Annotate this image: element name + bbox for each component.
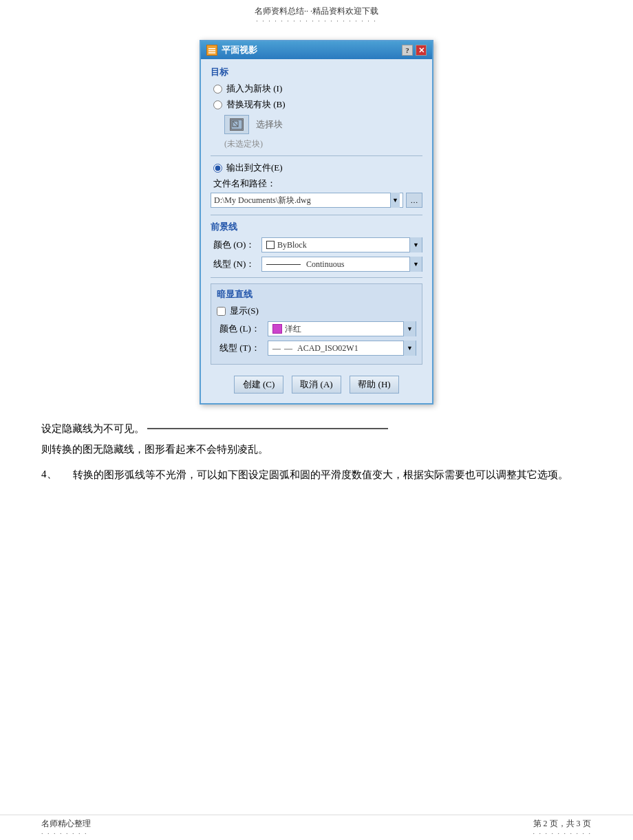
color-label: 颜色 (O)：: [213, 239, 261, 251]
select-block-icon: [230, 118, 244, 131]
target-section: 目标 插入为新块 (I) 替换现有块 (B): [211, 66, 422, 208]
dialog-titlebar: 平面视影 ? ✕: [201, 41, 432, 59]
file-label: 文件名和路径：: [211, 177, 422, 190]
item4-text: 转换的图形弧线等不光滑，可以如下图设定圆弧和圆的平滑度数值变大，根据实际需要也可…: [73, 465, 568, 485]
dialog-body: 目标 插入为新块 (I) 替换现有块 (B): [201, 59, 432, 403]
color2-row: 颜色 (L)： 洋红 ▼: [217, 321, 416, 336]
color-dropdown[interactable]: ByBlock ▼: [261, 237, 422, 252]
linetype2-value: ACAD_ISO02W1: [297, 343, 358, 354]
linetype2-label: 线型 (T)：: [219, 342, 268, 354]
radio-output-file[interactable]: 输出到文件(E): [211, 162, 422, 174]
divider2: [211, 215, 422, 215]
file-path-row: D:\My Documents\新块.dwg ▼ …: [211, 193, 422, 208]
dialog-flatshot: 平面视影 ? ✕ 目标 插入为新块 (I): [200, 40, 433, 405]
show-label: 显示(S): [230, 305, 259, 317]
color-value: ByBlock: [277, 240, 307, 250]
linetype-dropdown[interactable]: Continuous ▼: [261, 257, 422, 272]
linetype-value: Continuous: [306, 259, 344, 270]
dialog-help-button[interactable]: ?: [402, 45, 413, 56]
radio-output-file-label: 输出到文件(E): [226, 162, 283, 174]
color-swatch: [266, 241, 275, 249]
color2-label: 颜色 (L)：: [219, 323, 268, 335]
line-iso-preview: — —: [272, 343, 293, 354]
footer-left: 名师精心整理 · · · · · · · ·: [41, 818, 91, 837]
dialog-buttons: 创建 (C) 取消 (A) 帮助 (H): [211, 370, 422, 396]
radio-replace-input[interactable]: [213, 100, 222, 109]
item4: 4、 转换的图形弧线等不光滑，可以如下图设定圆弧和圆的平滑度数值变大，根据实际需…: [41, 465, 592, 485]
radio-replace-label: 替换现有块 (B): [226, 98, 286, 111]
svg-rect-1: [208, 48, 215, 50]
color2-arrow[interactable]: ▼: [403, 321, 416, 336]
browse-button[interactable]: …: [406, 193, 422, 208]
svg-rect-2: [208, 50, 215, 52]
dialog-title: 平面视影: [222, 44, 257, 56]
footer-left-text: 名师精心整理: [41, 818, 91, 830]
select-block-area: 选择块: [224, 115, 422, 134]
color2-dropdown[interactable]: 洋红 ▼: [268, 321, 416, 336]
dialog-wrapper: 平面视影 ? ✕ 目标 插入为新块 (I): [41, 40, 592, 405]
divider3: [211, 277, 422, 278]
dialog-app-icon: [206, 45, 217, 56]
color2-swatch: [272, 324, 282, 334]
page-header: 名师资料总结·· ·精品资料欢迎下载 · · · · · · · · · · ·…: [0, 0, 633, 26]
svg-rect-3: [208, 52, 215, 54]
radio-insert-new-label: 插入为新块 (I): [226, 83, 282, 95]
color2-value: 洋红: [285, 323, 301, 335]
line-dash-preview: [266, 264, 301, 265]
radio-insert-new[interactable]: 插入为新块 (I): [211, 83, 422, 95]
target-label: 目标: [211, 66, 422, 78]
color-row: 颜色 (O)： ByBlock ▼: [211, 237, 422, 252]
dialog-close-button[interactable]: ✕: [416, 45, 427, 56]
color-arrow[interactable]: ▼: [409, 237, 422, 252]
radio-replace[interactable]: 替换现有块 (B): [211, 98, 422, 111]
linetype2-arrow[interactable]: ▼: [403, 341, 416, 356]
linetype2-row: 线型 (T)： — — ACAD_ISO02W1 ▼: [217, 341, 416, 356]
file-path-arrow[interactable]: ▼: [390, 193, 400, 208]
separator-line: [147, 428, 388, 429]
unselected-text: (未选定块): [224, 138, 422, 150]
show-checkbox-row[interactable]: 显示(S): [217, 305, 416, 317]
linetype2-dropdown[interactable]: — — ACAD_ISO02W1 ▼: [268, 341, 416, 356]
front-line-label: 前景线: [211, 221, 422, 233]
footer-right-text: 第 2 页，共 3 页: [533, 818, 592, 830]
header-title: 名师资料总结·· ·精品资料欢迎下载: [0, 6, 633, 17]
file-path-value: D:\My Documents\新块.dwg: [214, 195, 311, 206]
text-section: 设定隐藏线为不可见。 则转换的图无隐藏线，图形看起来不会特别凌乱。 4、 转换的…: [41, 418, 592, 485]
hidden-label: 暗显直线: [217, 288, 416, 301]
hidden-lines-section: 暗显直线 显示(S) 颜色 (L)： 洋红 ▼: [211, 283, 422, 365]
select-block-text: 选择块: [256, 118, 283, 131]
linetype-arrow[interactable]: ▼: [409, 257, 422, 272]
linetype-row: 线型 (N)： Continuous ▼: [211, 257, 422, 272]
footer: 名师精心整理 · · · · · · · · 第 2 页，共 3 页 · · ·…: [0, 815, 633, 840]
header-dots: · · · · · · · · · · · · · · · · · · · ·: [0, 17, 633, 25]
help-button[interactable]: 帮助 (H): [350, 376, 399, 394]
text-after-dialog: 则转换的图无隐藏线，图形看起来不会特别凌乱。: [41, 439, 268, 460]
show-checkbox[interactable]: [217, 307, 226, 316]
create-button[interactable]: 创建 (C): [234, 376, 283, 394]
select-block-button[interactable]: [224, 115, 249, 134]
linetype-label: 线型 (N)：: [213, 258, 261, 270]
text-before-dialog: 设定隐藏线为不可见。: [41, 418, 144, 439]
radio-output-file-input[interactable]: [213, 164, 222, 173]
para-hidden-line: 设定隐藏线为不可见。 则转换的图无隐藏线，图形看起来不会特别凌乱。: [41, 418, 592, 460]
item4-num: 4、: [41, 465, 62, 485]
footer-left-dots: · · · · · · · ·: [41, 830, 91, 837]
cancel-button[interactable]: 取消 (A): [292, 376, 341, 394]
main-content: 平面视影 ? ✕ 目标 插入为新块 (I): [0, 26, 633, 519]
radio-insert-new-input[interactable]: [213, 85, 222, 94]
footer-right-dots: · · · · · · · · · ·: [533, 830, 592, 837]
divider1: [211, 155, 422, 156]
front-line-section: 前景线 颜色 (O)： ByBlock ▼ 线型 (N)：: [211, 221, 422, 272]
file-path-dropdown[interactable]: D:\My Documents\新块.dwg ▼: [211, 193, 403, 208]
footer-right: 第 2 页，共 3 页 · · · · · · · · · ·: [533, 818, 592, 837]
